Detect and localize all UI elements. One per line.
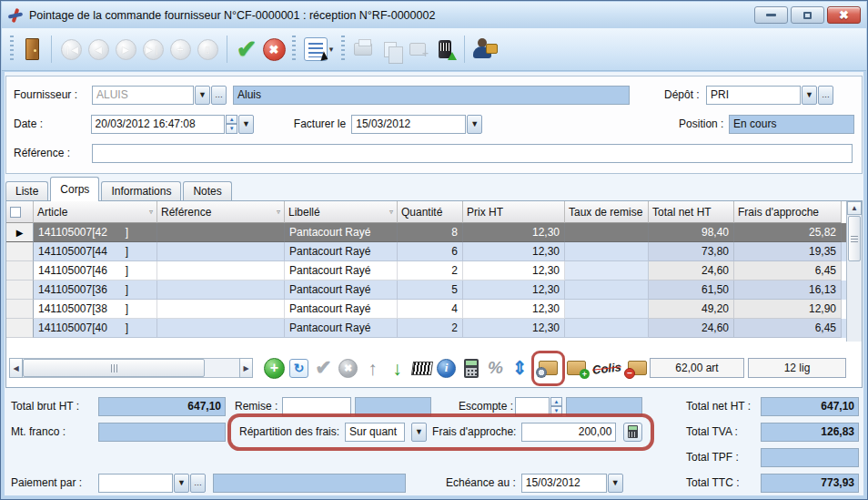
reference-field[interactable] [92, 144, 853, 163]
col-article[interactable]: Article▿ [34, 201, 157, 223]
packages-button[interactable]: – [625, 356, 650, 381]
person-briefcase-icon [472, 38, 496, 60]
barcode-button[interactable] [409, 356, 434, 381]
checkbox-icon[interactable] [10, 207, 21, 218]
reference-label: Référence : [14, 147, 92, 159]
col-reference[interactable]: Référence▿ [157, 201, 285, 223]
restore-button[interactable] [791, 6, 824, 24]
echeance-field[interactable]: 15/03/2012 [521, 474, 607, 493]
total-net-label: Total net HT : [686, 400, 761, 413]
table-row[interactable]: 141105007[46 ] Pantacourt Rayé 2 12,30 2… [6, 261, 862, 281]
add-line-button[interactable]: + [262, 356, 287, 381]
cancel-button[interactable]: ✖ [260, 34, 288, 65]
supplier-contact-button[interactable] [470, 34, 498, 65]
annotation-ring-fees-icon [531, 351, 565, 386]
annotation-ring-fees-row: Répartition des frais: Sur quant ▼ Frais… [227, 413, 654, 451]
barcode-scan-button[interactable] [431, 34, 459, 65]
fournisseur-browse-button[interactable]: … [211, 86, 227, 105]
scroll-left-button[interactable]: ◀ [9, 358, 23, 378]
facture-dropdown-button[interactable]: ▼ [467, 115, 482, 134]
header-form: Fournisseur : ALUIS ▼ … Aluis Dépôt : PR… [5, 76, 863, 174]
nav-prev-button[interactable]: ◀ [85, 34, 112, 65]
cancel-line-button[interactable]: ✖ [336, 356, 360, 381]
toolbar-grip [10, 36, 14, 63]
paiement-combo[interactable] [98, 474, 173, 493]
validate-line-button[interactable]: ✔ [311, 356, 336, 381]
export-button[interactable] [404, 34, 431, 65]
frais-approche-label: Frais d'approche: [432, 425, 516, 438]
move-down-button[interactable]: ↓ [385, 356, 409, 381]
copy-button[interactable] [377, 34, 404, 65]
fournisseur-combo[interactable]: ALUIS [92, 86, 194, 105]
grid-toolbar: ◀ ▶ + ↻ ✔ ✖ ↑ ↓ i % ⇕ + Colis [6, 349, 862, 387]
nav-first-button[interactable]: ❘◀ [57, 34, 85, 65]
table-row[interactable]: 141105007[38 ] Pantacourt Rayé 4 12,30 4… [6, 300, 862, 319]
col-prix-ht[interactable]: Prix HT [463, 201, 565, 223]
tab-informations[interactable]: Informations [101, 181, 181, 201]
col-quantite[interactable]: Quantité [398, 201, 463, 223]
scroll-up-button[interactable]: ▲ [847, 201, 862, 215]
tab-notes[interactable]: Notes [183, 181, 231, 201]
table-row[interactable]: 141105007[36 ] Pantacourt Rayé 5 12,30 6… [6, 281, 862, 300]
horizontal-scrollbar[interactable]: ◀ ▶ [9, 358, 253, 378]
validate-button[interactable]: ✔ [233, 34, 260, 65]
col-taux-remise[interactable]: Taux de remise [565, 201, 649, 223]
form-list-icon [304, 37, 328, 61]
depot-dropdown-button[interactable]: ▼ [802, 86, 817, 105]
client-area: Fournisseur : ALUIS ▼ … Aluis Dépôt : PR… [5, 72, 863, 495]
col-frais-approche[interactable]: Frais d'approche [734, 201, 842, 223]
nav-next-icon: ▶ [116, 39, 136, 60]
grid-header: Article▿ Référence▿ Libellé▿ Quantité Pr… [6, 201, 862, 223]
col-libelle[interactable]: Libellé▿ [285, 201, 398, 223]
calculator-button[interactable] [459, 356, 483, 381]
nav-last-button[interactable]: ▶❘ [139, 34, 167, 65]
scrollbar-thumb[interactable] [848, 216, 861, 261]
col-total-net[interactable]: Total net HT [649, 201, 734, 223]
table-row[interactable]: ▶ 141105007[42 ] Pantacourt Rayé 8 12,30… [6, 223, 862, 242]
depot-browse-button[interactable]: … [818, 86, 833, 105]
delete-record-button[interactable]: ▯ [194, 34, 221, 65]
echeance-dropdown-button[interactable]: ▼ [608, 474, 623, 493]
depot-label: Dépôt : [664, 88, 706, 101]
repartition-dropdown-button[interactable]: ▼ [411, 423, 427, 442]
discount-button[interactable]: % [483, 356, 508, 381]
table-row[interactable]: 141105007[44 ] Pantacourt Rayé 6 12,30 7… [6, 242, 862, 261]
add-fees-button[interactable]: + [564, 356, 589, 381]
remise-label: Remise : [235, 400, 282, 413]
exit-button[interactable] [18, 34, 45, 65]
tab-liste[interactable]: Liste [5, 181, 48, 201]
colis-toggle[interactable]: Colis [589, 356, 625, 381]
form-menu-button[interactable]: ▾ [300, 34, 337, 65]
barcode-scanner-icon [439, 40, 451, 58]
paiement-browse-button[interactable]: … [190, 474, 206, 493]
date-dropdown-button[interactable]: ▼ [238, 115, 254, 134]
box-plus-icon: + [567, 361, 586, 375]
cancel-x-icon: ✖ [263, 38, 286, 61]
table-row[interactable]: 141105007[40 ] Pantacourt Rayé 2 12,30 2… [6, 319, 862, 338]
date-field[interactable]: 20/03/2012 16:47:08 [91, 115, 226, 134]
vertical-scrollbar[interactable]: ▲ [846, 201, 862, 342]
date-spinner[interactable]: ▲▼ [226, 115, 237, 134]
row-pointer-icon: ▶ [16, 228, 24, 238]
repartition-combo[interactable]: Sur quant [345, 423, 405, 442]
minimize-button[interactable] [754, 6, 788, 24]
paiement-dropdown-button[interactable]: ▼ [174, 474, 189, 493]
hscrollbar-thumb[interactable] [23, 359, 205, 377]
nav-next-button[interactable]: ▶ [112, 34, 139, 65]
depot-combo[interactable]: PRI [706, 86, 801, 105]
fees-box-button[interactable] [536, 356, 560, 381]
select-all-header[interactable] [6, 201, 34, 223]
info-button[interactable]: i [434, 356, 459, 381]
close-button[interactable]: ✖ [827, 6, 861, 24]
scroll-right-button[interactable]: ▶ [239, 358, 253, 378]
frais-calc-button[interactable] [623, 423, 642, 442]
add-record-button[interactable]: + [167, 34, 194, 65]
frais-approche-input[interactable]: 200,00 [521, 423, 616, 442]
facture-date-field[interactable]: 15/03/2012 [351, 115, 466, 134]
move-up-button[interactable]: ↑ [360, 356, 385, 381]
spread-button[interactable]: ⇕ [508, 356, 532, 381]
print-button[interactable] [349, 34, 377, 65]
tab-corps[interactable]: Corps [50, 177, 99, 201]
delete-line-button[interactable]: ↻ [287, 356, 311, 381]
fournisseur-dropdown-button[interactable]: ▼ [195, 86, 210, 105]
